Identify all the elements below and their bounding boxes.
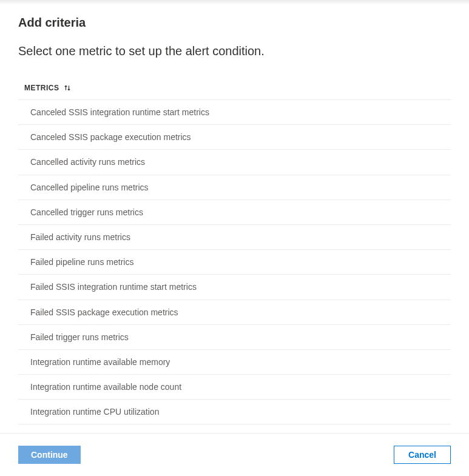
panel-title: Add criteria	[18, 16, 451, 30]
metric-row[interactable]: Cancelled activity runs metrics	[18, 150, 451, 175]
table-header[interactable]: Metrics	[18, 84, 451, 99]
footer: Continue Cancel	[0, 433, 469, 476]
metric-row[interactable]: Failed trigger runs metrics	[18, 325, 451, 350]
panel-content: Add criteria Select one metric to set up…	[0, 5, 469, 433]
metric-row-label: Canceled SSIS integration runtime start …	[30, 107, 209, 117]
continue-button[interactable]: Continue	[18, 446, 81, 464]
metric-row-label: Failed trigger runs metrics	[30, 332, 129, 342]
metric-row-label: Cancelled trigger runs metrics	[30, 207, 143, 217]
metric-row[interactable]: Cancelled pipeline runs metrics	[18, 175, 451, 200]
metric-row-label: Failed activity runs metrics	[30, 232, 130, 242]
sort-icon	[63, 84, 72, 92]
column-label-metrics: Metrics	[24, 84, 59, 92]
metric-row-label: Cancelled pipeline runs metrics	[30, 183, 149, 192]
metric-row[interactable]: Canceled SSIS package execution metrics	[18, 125, 451, 150]
metric-row-label: Integration runtime CPU utilization	[30, 407, 159, 417]
metric-row[interactable]: Failed activity runs metrics	[18, 225, 451, 250]
metric-row[interactable]: Integration runtime available node count	[18, 375, 451, 400]
metric-row[interactable]: Failed SSIS integration runtime start me…	[18, 275, 451, 300]
metric-row[interactable]: Failed pipeline runs metrics	[18, 250, 451, 275]
metric-row-label: Canceled SSIS package execution metrics	[30, 132, 191, 142]
metric-row[interactable]: Integration runtime available memory	[18, 350, 451, 375]
table-body[interactable]: Canceled SSIS integration runtime start …	[18, 99, 451, 433]
metric-row-label: Integration runtime available node count	[30, 382, 181, 392]
metrics-table: Metrics Canceled SSIS integration runtim…	[18, 84, 451, 433]
cancel-button[interactable]: Cancel	[394, 446, 451, 464]
metric-row-label: Integration runtime available memory	[30, 357, 170, 367]
panel-subtitle: Select one metric to set up the alert co…	[18, 44, 451, 58]
metric-row[interactable]: Canceled SSIS integration runtime start …	[18, 100, 451, 125]
metric-row-label: Failed SSIS integration runtime start me…	[30, 282, 197, 292]
metric-row-label: Failed SSIS package execution metrics	[30, 307, 178, 317]
metric-row-label: Cancelled activity runs metrics	[30, 157, 145, 167]
metric-row[interactable]: Cancelled trigger runs metrics	[18, 200, 451, 225]
metric-row[interactable]: Failed SSIS package execution metrics	[18, 300, 451, 325]
metric-row-label: Failed pipeline runs metrics	[30, 257, 133, 267]
top-shadow	[0, 0, 469, 5]
metric-row[interactable]: Integration runtime CPU utilization	[18, 400, 451, 424]
